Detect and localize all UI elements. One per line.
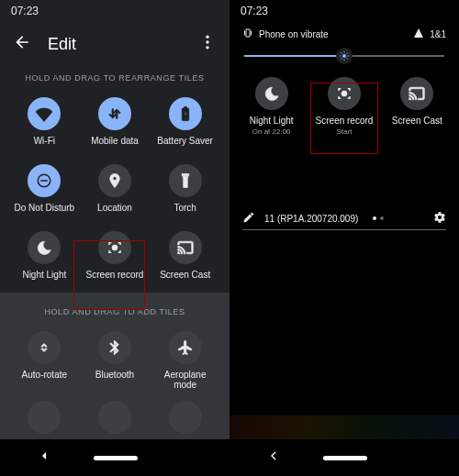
nav-spacer	[409, 451, 422, 464]
tile-bluetooth[interactable]: Bluetooth	[80, 326, 151, 403]
torch-icon	[169, 164, 202, 197]
tile-dnd[interactable]: Do Not Disturb	[9, 159, 80, 226]
nav-back-icon[interactable]	[266, 448, 281, 467]
status-bar: 07:23	[0, 0, 230, 22]
tile-location[interactable]: Location	[80, 159, 151, 226]
clock: 07:23	[11, 5, 39, 17]
page-dots	[373, 216, 384, 220]
cast-icon	[169, 231, 202, 264]
available-tiles-section: HOLD AND DRAG TO ADD TILES Auto-rotate B…	[0, 293, 230, 450]
settings-icon[interactable]	[433, 211, 446, 226]
status-bar: 07:23	[230, 0, 459, 22]
partial-icon	[98, 401, 131, 434]
tile-battery-saver[interactable]: Battery Saver	[150, 92, 220, 159]
edit-icon[interactable]	[242, 211, 255, 226]
back-icon[interactable]	[13, 33, 31, 55]
nav-spacer	[180, 451, 193, 464]
moon-icon	[28, 231, 61, 264]
nav-back-icon[interactable]	[37, 448, 51, 467]
tile-wifi[interactable]: Wi-Fi	[9, 92, 80, 159]
rotate-icon	[28, 331, 61, 364]
tile-mobile-data[interactable]: Mobile data	[80, 92, 151, 159]
svg-point-1	[206, 40, 208, 43]
location-icon	[98, 164, 131, 197]
svg-point-0	[206, 36, 208, 39]
background-peek	[230, 415, 459, 439]
svg-point-2	[206, 46, 208, 49]
bluetooth-icon	[98, 331, 131, 364]
quick-settings-screen: 07:23 Phone on vibrate 1&1 Night Light O…	[230, 0, 459, 476]
carrier-label: 1&1	[430, 29, 446, 39]
edit-tiles-screen: 07:23 Edit HOLD AND DRAG TO REARRANGE TI…	[0, 0, 230, 476]
clock: 07:23	[241, 5, 268, 17]
qs-status-row: Phone on vibrate 1&1	[230, 22, 459, 42]
tile-auto-rotate[interactable]: Auto-rotate	[9, 326, 80, 403]
nav-bar	[0, 439, 230, 476]
rearrange-label: HOLD AND DRAG TO REARRANGE TILES	[0, 66, 230, 92]
signal-icon	[413, 28, 424, 40]
partial-icon	[28, 401, 61, 434]
battery-icon	[169, 97, 202, 130]
divider	[242, 229, 446, 230]
vibrate-icon	[242, 28, 253, 40]
wifi-icon	[28, 97, 61, 130]
qs-tile-screen-cast[interactable]: Screen Cast	[381, 72, 453, 145]
nav-home-pill[interactable]	[94, 456, 138, 460]
qs-tile-night-light[interactable]: Night Light On at 22:00	[235, 72, 308, 145]
cast-icon	[400, 77, 433, 110]
tile-torch[interactable]: Torch	[150, 159, 220, 226]
annotation-highlight	[310, 83, 378, 154]
overflow-menu-icon[interactable]	[198, 33, 217, 55]
page-title: Edit	[48, 35, 182, 54]
build-number: 11 (RP1A.200720.009)	[264, 214, 358, 224]
data-icon	[98, 97, 131, 130]
nav-home-pill[interactable]	[323, 456, 367, 460]
tile-night-light[interactable]: Night Light	[9, 226, 80, 293]
annotation-highlight	[73, 240, 145, 310]
dnd-icon	[28, 164, 61, 197]
tile-aeroplane-mode[interactable]: Aeroplane mode	[150, 326, 220, 403]
build-row: 11 (RP1A.200720.009)	[230, 204, 459, 229]
brightness-thumb-icon[interactable]	[336, 48, 353, 64]
airplane-icon	[169, 331, 202, 364]
moon-icon	[255, 77, 288, 110]
tile-screen-cast[interactable]: Screen Cast	[150, 226, 220, 293]
nav-bar	[230, 439, 459, 476]
brightness-slider[interactable]	[230, 42, 459, 68]
svg-point-4	[342, 54, 346, 58]
app-bar: Edit	[0, 22, 230, 66]
partial-icon	[169, 401, 202, 434]
ringer-label: Phone on vibrate	[259, 29, 329, 39]
